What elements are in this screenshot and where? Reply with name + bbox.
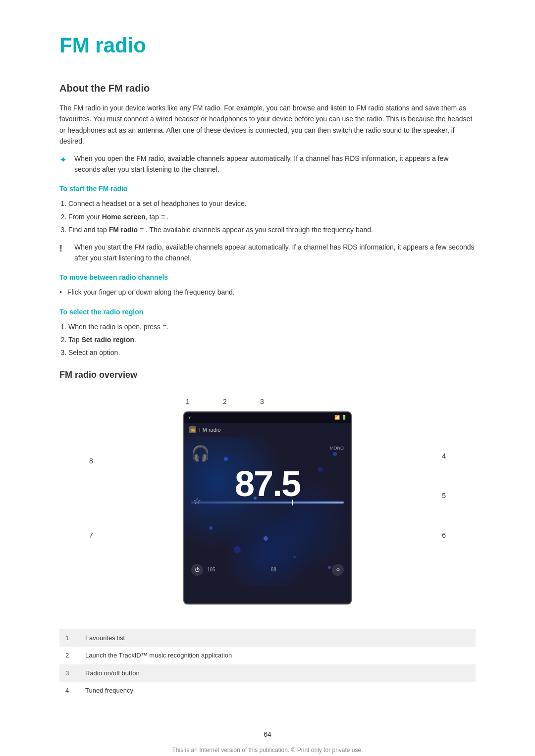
settings-btn: ⚙ [332, 564, 344, 576]
scatter-dot [333, 452, 337, 456]
scatter-dot [264, 536, 268, 541]
step-text: When the radio is open, press ≡. [68, 323, 168, 331]
warning-note: ! When you start the FM radio, available… [59, 242, 476, 264]
legend-number: 2 [59, 647, 79, 664]
step-item: From your Home screen, tap ≡ . [68, 211, 476, 222]
power-btn: ⏻ [191, 564, 203, 576]
start-radio-heading: To start the FM radio [59, 184, 476, 194]
bullet-text: Flick your finger up or down along the f… [67, 288, 235, 296]
step-text: From your Home screen, tap ≡ . [68, 213, 169, 221]
callout-7: 7 [89, 530, 93, 541]
step-text: Find and tap FM radio ≡ . The available … [68, 226, 373, 234]
step-text: Connect a headset or a set of headphones… [68, 200, 247, 207]
tip-text-1: When you open the FM radio, available ch… [74, 153, 476, 175]
tip-note-1: ✦ When you open the FM radio, available … [59, 153, 476, 175]
select-region-steps: When the radio is open, press ≡. Tap Set… [68, 321, 476, 358]
step-text: Select an option. [68, 349, 120, 356]
phone-screenshot-area: 1 2 3 4 5 6 7 8 7 📶 🔋 📻 FM radio [59, 392, 476, 624]
legend-label: Tuned frequency [79, 682, 476, 700]
frequency-band [191, 502, 344, 504]
bullet-item: Flick your finger up or down along the f… [59, 287, 476, 298]
move-channels-heading: To move between radio channels [59, 272, 476, 283]
warning-text: When you start the FM radio, available c… [74, 242, 476, 264]
scatter-dot [209, 526, 213, 530]
app-title: FM radio [199, 426, 220, 434]
callout-4: 4 [442, 451, 446, 461]
mono-label: MONO [330, 445, 344, 452]
legend-table: 1 Favourites list 2 Launch the TrackID™ … [59, 629, 476, 700]
callout-8: 8 [89, 456, 93, 466]
status-time: 7 [188, 414, 191, 421]
select-region-heading: To select the radio region [59, 307, 476, 317]
page-number: 64 [59, 729, 476, 740]
callout-3: 3 [260, 397, 264, 407]
page-footer: 64 This is an Internet version of this p… [59, 719, 476, 755]
scatter-dot [234, 546, 241, 553]
callout-6: 6 [442, 530, 446, 541]
band-bar [191, 502, 344, 504]
footer-copyright: This is an Internet version of this publ… [172, 747, 363, 754]
legend-label: Radio on/off button [79, 664, 476, 682]
step-item: Connect a headset or a set of headphones… [68, 198, 476, 209]
fm-overview-section: FM radio overview 1 2 3 4 5 6 7 8 7 📶 🔋 … [59, 368, 476, 700]
star-button: ☆ [193, 495, 201, 508]
app-icon: 📻 [189, 426, 196, 433]
status-icons: 📶 🔋 [334, 414, 347, 421]
scatter-dot [293, 556, 296, 558]
warning-icon: ! [59, 242, 69, 255]
start-radio-steps: Connect a headset or a set of headphones… [68, 198, 476, 235]
star-icon: ☆ [193, 496, 201, 506]
legend-number: 4 [59, 682, 79, 700]
page-title: FM radio [59, 30, 476, 61]
legend-label: Favourites list [79, 629, 476, 647]
bottom-controls: ⏻ 105 88 ⚙ [191, 564, 344, 576]
frequency-value: 87.5 [235, 464, 300, 504]
legend-number: 3 [59, 664, 79, 682]
legend-row: 4 Tuned frequency [59, 682, 476, 700]
step-item: When the radio is open, press ≡. [68, 321, 476, 332]
about-body: The FM radio in your device works like a… [59, 102, 476, 147]
callout-2: 2 [223, 397, 227, 407]
step-item: Tap Set radio region. [68, 334, 476, 345]
overview-heading: FM radio overview [59, 368, 476, 382]
step-item: Find and tap FM radio ≡ . The available … [68, 224, 476, 235]
freq-right: 88 [271, 566, 276, 573]
step-item: Select an option. [68, 347, 476, 358]
legend-number: 1 [59, 629, 79, 647]
tip-icon: ✦ [59, 153, 69, 167]
freq-left: 105 [207, 566, 215, 573]
phone-frame: 7 📶 🔋 📻 FM radio [183, 411, 352, 605]
legend-row: 3 Radio on/off button [59, 664, 476, 682]
left-controls: ⏻ 105 [191, 564, 215, 576]
legend-row: 2 Launch the TrackID™ music recognition … [59, 647, 476, 664]
legend-row: 1 Favourites list [59, 629, 476, 647]
callout-1: 1 [186, 397, 190, 407]
legend-label: Launch the TrackID™ music recognition ap… [79, 647, 476, 664]
move-channels-steps: Flick your finger up or down along the f… [59, 287, 476, 298]
step-text: Tap Set radio region. [68, 336, 136, 344]
phone-app-bar: 📻 FM radio [184, 423, 351, 437]
band-marker [292, 500, 293, 505]
callout-5: 5 [442, 491, 446, 501]
phone-content: 🎧 MONO 87.5 ☆ [184, 437, 351, 586]
about-heading: About the FM radio [59, 81, 476, 96]
phone-status-bar: 7 📶 🔋 [184, 412, 351, 423]
